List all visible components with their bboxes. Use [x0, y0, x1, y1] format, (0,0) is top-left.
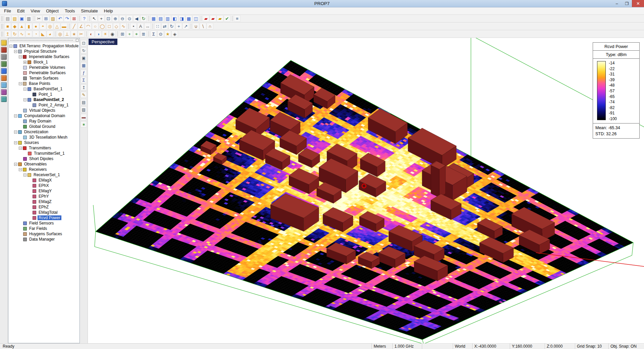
camera-icon[interactable]: ◉	[109, 31, 116, 37]
data-table-icon[interactable]: ▦	[80, 62, 87, 68]
menu-simulate[interactable]: Simulate	[78, 8, 101, 14]
zoom-in-icon[interactable]: ⊕	[112, 15, 119, 22]
scale-tool-icon[interactable]: ↗	[182, 23, 189, 30]
close-button[interactable]: ✕	[632, 0, 644, 7]
dome-tool-icon[interactable]: ◓	[40, 23, 46, 30]
tree-item-point-1[interactable]: Point_1	[8, 92, 79, 97]
light-icon[interactable]: ☀	[102, 31, 109, 37]
menu-view[interactable]: View	[28, 8, 43, 14]
tree-item-penetrable-volumes[interactable]: Penetrable Volumes	[8, 65, 79, 70]
tree-item-global-ground[interactable]: Global Ground	[8, 124, 79, 129]
help-icon[interactable]: ?	[81, 15, 88, 22]
tree-toggle[interactable]: −	[14, 163, 17, 166]
add-marker-icon[interactable]: ∗	[80, 121, 87, 128]
window-cascade-icon[interactable]: ▩	[185, 15, 192, 22]
material-icon[interactable]: ◐	[88, 31, 95, 37]
cut-icon[interactable]: ✂	[36, 15, 42, 22]
undo-icon[interactable]: ↶	[57, 15, 63, 22]
polygon-tool-icon[interactable]: ◇	[113, 23, 120, 30]
cone-tool-icon[interactable]: ▲	[18, 23, 25, 30]
tree-item-basepointset-1[interactable]: −BasePointSet_1	[8, 86, 79, 92]
tree-toggle[interactable]: +	[23, 61, 26, 64]
snap-icon[interactable]: ⌖	[133, 31, 140, 37]
view-side-icon[interactable]: ▥	[164, 15, 171, 22]
view-iso-icon[interactable]: ◧	[171, 15, 178, 22]
tree-panel-button[interactable]	[76, 39, 78, 42]
toolbar-grip[interactable]	[1, 16, 3, 21]
intersect-tool-icon[interactable]: ∩	[207, 23, 213, 30]
rotate-tool-icon[interactable]: ↻	[168, 23, 175, 30]
marker-yellow-icon[interactable]: ▰	[217, 15, 223, 22]
copy-image-icon[interactable]: ▣	[80, 55, 87, 61]
tree-item-ephz[interactable]: EPhZ	[8, 204, 79, 210]
tree-toggle[interactable]: −	[14, 114, 17, 117]
sources-palette-icon[interactable]	[1, 75, 7, 81]
objects-palette-icon[interactable]	[1, 68, 7, 74]
tree-toggle[interactable]: −	[19, 55, 22, 58]
equation-icon[interactable]: Σ	[80, 77, 87, 83]
tree-item-ephy[interactable]: EPhY	[8, 194, 79, 199]
tree-item-ephx[interactable]: EPhX	[8, 183, 79, 188]
ruler-icon[interactable]: ▬	[80, 114, 87, 120]
tree-toggle[interactable]: −	[9, 45, 12, 48]
menu-help[interactable]: Help	[101, 8, 116, 14]
results-palette-icon[interactable]	[1, 89, 7, 95]
tree-panel-grip[interactable]	[8, 38, 79, 42]
dimension-tool-icon[interactable]: ↔	[144, 23, 151, 30]
marker-green-icon[interactable]: ✔	[224, 15, 230, 22]
tree-toggle[interactable]: −	[19, 82, 22, 85]
move-tool-icon[interactable]: +	[175, 23, 182, 30]
new-icon[interactable]: ▤	[4, 15, 11, 22]
favorites-icon[interactable]: ★	[164, 31, 171, 37]
view-perspective-icon[interactable]: ◨	[178, 15, 185, 22]
chamfer-tool-icon[interactable]: ◣	[40, 31, 46, 37]
spline-tool-icon[interactable]: ∿	[120, 23, 127, 30]
tree-item-receiverset-1[interactable]: −ReceiverSet_1	[8, 172, 79, 178]
paste-icon[interactable]: ▨	[50, 15, 56, 22]
save-icon[interactable]: ▣	[18, 15, 25, 22]
tree-item-virtual-objects[interactable]: Virtual Objects	[8, 108, 79, 113]
mirror-tool-icon[interactable]: ⇄	[161, 23, 168, 30]
tree-item-transmitters[interactable]: −Transmitters	[8, 145, 79, 151]
print-icon[interactable]: ▥	[25, 15, 32, 22]
reset-view-icon[interactable]: ↻	[80, 47, 87, 54]
tree-toggle[interactable]: −	[23, 98, 26, 101]
menu-file[interactable]: File	[1, 8, 14, 14]
slab-tool-icon[interactable]: ▬	[61, 23, 67, 30]
statistics-icon[interactable]: Σ	[150, 31, 157, 37]
array-tool-icon[interactable]: ∷	[154, 23, 161, 30]
tree-item-ray-domain[interactable]: Ray Domain	[8, 118, 79, 124]
window-tile-icon[interactable]: ◫	[193, 15, 199, 22]
zoom-out-icon[interactable]: ⊖	[119, 15, 126, 22]
marker-red-icon[interactable]: ▰	[210, 15, 216, 22]
sensors-palette-icon[interactable]	[1, 82, 7, 88]
layers-icon[interactable]: ≣	[140, 31, 147, 37]
menu-tools[interactable]: Tools	[62, 8, 78, 14]
tree-item-block-1[interactable]: +Block_1	[8, 59, 79, 65]
project-tool-icon[interactable]: ⊥	[64, 31, 70, 37]
terrain-palette-icon[interactable]	[1, 61, 7, 67]
tree-item-huygens-surfaces[interactable]: Huygens Surfaces	[8, 231, 79, 237]
pan-icon[interactable]: +	[98, 15, 105, 22]
fillet-tool-icon[interactable]: ◕	[47, 31, 53, 37]
zoom-extents-icon[interactable]: ⊙	[126, 15, 133, 22]
open-icon[interactable]: ▧	[11, 15, 18, 22]
tree-toggle[interactable]: −	[23, 88, 26, 91]
annotate-icon[interactable]: ✎	[80, 92, 87, 98]
tree-toggle[interactable]: −	[19, 168, 22, 171]
tree-item-far-fields[interactable]: Far Fields	[8, 226, 79, 231]
union-tool-icon[interactable]: ∪	[193, 23, 199, 30]
maximize-button[interactable]: ❐	[622, 0, 632, 7]
tree-item-rcvd-power[interactable]: Rcvd Power	[8, 215, 79, 220]
select-arrow-icon[interactable]: ↖	[91, 15, 98, 22]
view-front-icon[interactable]: ▤	[157, 15, 164, 22]
measure-icon[interactable]: ▰	[203, 15, 209, 22]
grid-settings-icon[interactable]: ⊞	[119, 31, 126, 37]
title-bar[interactable]: PROP7 – ❐ ✕	[0, 0, 644, 7]
shell-tool-icon[interactable]: ◔	[33, 31, 39, 37]
cylinder-tool-icon[interactable]: ▮	[25, 23, 32, 30]
previous-view-icon[interactable]: ◀	[133, 15, 140, 22]
tree-item-sources[interactable]: −Sources	[8, 140, 79, 145]
materials-palette-icon[interactable]	[1, 47, 7, 53]
tree-item-basepointset-2[interactable]: −BasePointSet_2	[8, 97, 79, 102]
